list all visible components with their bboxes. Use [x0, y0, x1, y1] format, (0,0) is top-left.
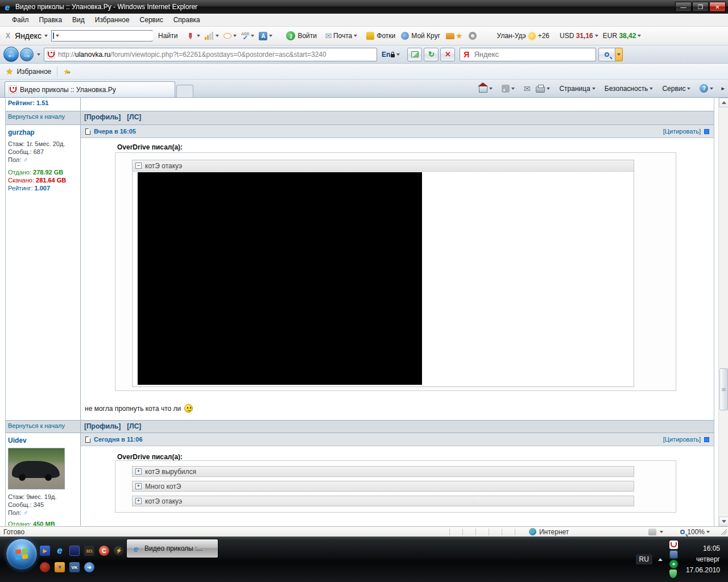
yandex-search-input[interactable]	[63, 31, 153, 40]
comments-button[interactable]	[224, 33, 240, 39]
photos-button[interactable]: Фотки	[366, 32, 395, 40]
eur-rate[interactable]: EUR 38,42	[603, 32, 645, 40]
site-icon[interactable]	[53, 32, 54, 39]
chevron-right-icon[interactable]: ▸	[721, 85, 725, 92]
yandex-find-button[interactable]: Найти	[158, 32, 177, 40]
back-to-top-link[interactable]: Вернуться к началу	[8, 113, 65, 120]
spoiler-header[interactable]: + Много котЭ	[132, 481, 634, 492]
quote-link[interactable]: [Цитировать]	[663, 436, 701, 443]
chevron-down-icon[interactable]	[396, 53, 400, 56]
ql-orbit-icon[interactable]: ➜	[84, 562, 94, 572]
ql-internet-explorer-icon[interactable]: e	[55, 546, 65, 556]
quote-link[interactable]: [Цитировать]	[663, 128, 701, 135]
tools-menu[interactable]: Сервис	[662, 85, 694, 93]
profile-link[interactable]: [Профиль]	[84, 422, 121, 430]
menu-help[interactable]: Справка	[168, 15, 205, 25]
video-player[interactable]	[138, 172, 422, 385]
stop-button[interactable]: ✕	[440, 48, 455, 61]
login-button[interactable]: ⚷ Войти	[286, 31, 317, 40]
print-button[interactable]	[536, 84, 553, 93]
show-hidden-icons[interactable]	[658, 558, 663, 561]
add-favorite-icon[interactable]: ★	[63, 67, 71, 76]
search-button[interactable]	[598, 48, 615, 61]
home-button[interactable]	[479, 84, 496, 93]
menu-edit[interactable]: Правка	[34, 15, 68, 25]
back-button[interactable]: ←	[3, 47, 19, 62]
expand-icon[interactable]: +	[135, 468, 142, 475]
history-dropdown-icon[interactable]	[37, 53, 40, 56]
traffic-button[interactable]	[205, 32, 222, 40]
ql-media-player-icon[interactable]	[40, 546, 50, 556]
scroll-thumb[interactable]	[719, 368, 728, 410]
forward-button[interactable]: →	[20, 48, 34, 61]
star-button[interactable]: ★	[456, 31, 463, 40]
scroll-up-button[interactable]	[719, 98, 728, 107]
profile-link[interactable]: [Профиль]	[84, 113, 121, 121]
settings-button[interactable]	[469, 32, 477, 40]
ql-monitor-icon[interactable]	[69, 546, 80, 556]
spoiler-header[interactable]: − котЭ отакуэ	[133, 160, 634, 172]
highlight-button[interactable]: ✎	[185, 31, 204, 41]
chevron-down-icon[interactable]	[44, 35, 48, 37]
ql-klite-codec-icon[interactable]: 321	[84, 546, 94, 556]
tray-network-icon[interactable]	[669, 550, 678, 559]
help-button[interactable]: ?	[700, 84, 717, 93]
menu-tools[interactable]: Сервис	[135, 15, 168, 25]
scroll-down-button[interactable]	[719, 517, 728, 526]
vertical-scrollbar[interactable]	[718, 98, 728, 526]
taskbar-clock[interactable]: 16:05 четверг 17.06.2010	[686, 544, 720, 574]
spoiler-header[interactable]: + котЭ вырубился	[132, 466, 634, 477]
chevron-down-icon[interactable]	[706, 531, 710, 533]
ql-downloads-icon[interactable]: ▼	[55, 562, 65, 572]
start-button[interactable]	[6, 538, 38, 570]
maximize-button[interactable]: ❐	[692, 2, 709, 12]
spellcheck-button[interactable]: ABB✓	[241, 32, 258, 39]
quote-post-icon[interactable]	[704, 437, 709, 442]
chevron-down-icon[interactable]	[660, 531, 663, 533]
safety-menu[interactable]: Безопасность	[605, 85, 657, 93]
my-circle-button[interactable]: Мой Круг	[401, 32, 440, 40]
taskbar-window-button[interactable]: e Видео приколы :...	[126, 539, 218, 558]
address-field[interactable]: http://ulanovka.ru/forum/viewtopic.php?t…	[44, 48, 377, 61]
minimize-button[interactable]: —	[675, 2, 692, 12]
favorites-star-icon[interactable]: ★	[6, 66, 13, 77]
collapse-icon[interactable]: −	[135, 163, 142, 169]
menu-file[interactable]: Файл	[7, 15, 34, 25]
ql-download-master-icon[interactable]	[40, 562, 50, 572]
tray-antivirus-icon[interactable]	[669, 560, 678, 568]
pm-link[interactable]: [ЛС]	[127, 113, 141, 121]
protected-mode-icon[interactable]	[648, 529, 656, 535]
chevron-down-icon[interactable]	[56, 35, 59, 37]
yandex-brand[interactable]: Яндекс	[15, 31, 42, 40]
zoom-control[interactable]: 100%	[680, 528, 713, 536]
mail-button[interactable]: ✉ Почта	[324, 31, 361, 41]
read-mail-button[interactable]: ✉	[524, 84, 531, 93]
refresh-button[interactable]: ↻	[424, 48, 439, 61]
usd-rate[interactable]: USD 31,16	[560, 32, 602, 40]
favorites-label[interactable]: Избранное	[16, 68, 51, 76]
ql-daemon-tools-icon[interactable]: ⚡	[114, 546, 124, 556]
expand-icon[interactable]: +	[135, 483, 142, 489]
page-menu[interactable]: Страница	[559, 85, 598, 93]
language-indicator[interactable]: RU	[636, 554, 652, 564]
search-box[interactable]: Я	[460, 48, 596, 61]
pm-link[interactable]: [ЛС]	[127, 422, 141, 430]
back-to-top-link[interactable]: Вернуться к началу	[8, 422, 65, 429]
spoiler-header[interactable]: + котЭ отакуэ	[132, 496, 634, 506]
yandex-search-field[interactable]	[51, 30, 152, 41]
author-link[interactable]: Uidev	[8, 436, 78, 444]
tab-active[interactable]: Видео приколы :: Улановка.Ру	[5, 81, 175, 97]
page-snapshot-button[interactable]	[407, 48, 422, 61]
search-dropdown[interactable]	[615, 48, 623, 61]
ql-ccleaner-icon[interactable]: C	[99, 546, 109, 556]
toolbar-close-icon[interactable]: X	[6, 32, 10, 40]
quote-post-icon[interactable]	[704, 129, 709, 134]
language-indicator[interactable]: En	[382, 51, 403, 59]
weather-widget[interactable]: Улан-Удэ +26	[497, 32, 549, 40]
tray-shield-icon[interactable]	[669, 569, 677, 578]
tray-ulanovka-icon[interactable]	[669, 541, 678, 549]
expand-icon[interactable]: +	[135, 498, 142, 504]
author-link[interactable]: gurzhap	[8, 128, 78, 136]
translate-button[interactable]: A	[259, 32, 276, 40]
new-tab-stub[interactable]	[176, 85, 193, 97]
